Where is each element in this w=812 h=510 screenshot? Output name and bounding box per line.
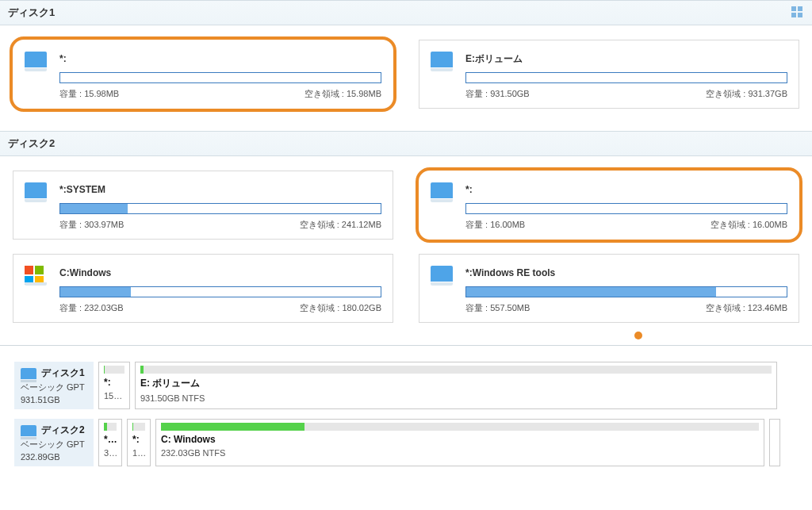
svg-rect-0 [25, 266, 33, 274]
svg-rect-2 [25, 276, 33, 285]
disk-map-segment[interactable]: C: Windows232.03GB NTFS [155, 419, 764, 466]
view-toggle-icon[interactable] [791, 6, 804, 19]
usage-bar-fill [466, 287, 716, 297]
disk-map-segment[interactable]: *…30… [98, 419, 122, 466]
partition-name: *: [59, 53, 381, 64]
segment-title: *… [104, 434, 117, 445]
partition-stats: 容量 : 16.00MB空き領域 : 16.00MB [465, 219, 787, 231]
disk-type: ベーシック GPT [21, 382, 87, 393]
disk-name: ディスク1 [41, 366, 85, 380]
segment-usage-bar [104, 366, 124, 374]
usage-bar-fill [60, 204, 128, 213]
free-label: 空き領域 : 15.98MB [304, 88, 381, 100]
drive-icon [431, 266, 453, 282]
partition-card[interactable]: *:Windows RE tools容量 : 557.50MB空き領域 : 12… [419, 254, 799, 323]
partition-name: E:ボリューム [465, 52, 787, 66]
segment-sub: 15… [104, 391, 124, 401]
svg-rect-1 [35, 266, 44, 274]
segment-usage-fill [140, 366, 144, 374]
usage-bar [465, 203, 787, 214]
usage-bar [59, 72, 381, 83]
disk-info: ディスク2ベーシック GPT232.89GB [14, 419, 94, 466]
segment-title: E: ボリューム [140, 377, 772, 390]
partition-name: C:Windows [59, 267, 381, 278]
free-label: 空き領域 : 241.12MB [300, 219, 381, 231]
disk-name: ディスク2 [41, 424, 85, 437]
disk-map-segment[interactable]: 5. [769, 419, 780, 466]
drive-icon [431, 182, 453, 198]
partition-card[interactable]: E:ボリューム容量 : 931.50GB空き領域 : 931.37GB [419, 40, 799, 109]
partition-card[interactable]: *:容量 : 16.00MB空き領域 : 16.00MB [419, 171, 799, 240]
capacity-label: 容量 : 931.50GB [465, 88, 530, 100]
drive-icon [21, 425, 36, 436]
usage-bar [59, 286, 381, 297]
partition-card[interactable]: *:SYSTEM容量 : 303.97MB空き領域 : 241.12MB [13, 171, 393, 240]
disk-size: 232.89GB [21, 452, 87, 462]
disk-map-segment[interactable]: *:16… [127, 419, 151, 466]
partition-card[interactable]: *:容量 : 15.98MB空き領域 : 15.98MB [13, 40, 393, 109]
disk-section-title: ディスク2 [8, 136, 55, 151]
partition-stats: 容量 : 303.97MB空き領域 : 241.12MB [59, 219, 381, 231]
disk-map: ディスク1ベーシック GPT931.51GB*:15…E: ボリューム931.5… [0, 345, 812, 471]
segment-usage-bar [161, 423, 759, 431]
disk-size: 931.51GB [21, 395, 87, 405]
segment-title: *: [104, 377, 124, 388]
segment-sub: 232.03GB NTFS [161, 448, 759, 458]
free-label: 空き領域 : 123.46MB [706, 302, 787, 314]
annotation-dot [634, 332, 642, 339]
segment-usage-fill [161, 423, 304, 431]
partition-stats: 容量 : 15.98MB空き領域 : 15.98MB [59, 88, 381, 100]
capacity-label: 容量 : 557.50MB [465, 302, 530, 314]
segment-sub: 931.50GB NTFS [140, 393, 772, 403]
disk-type: ベーシック GPT [21, 439, 87, 451]
drive-icon [25, 182, 47, 198]
usage-bar [465, 286, 787, 297]
disk-section-header: ディスク2 [0, 131, 812, 156]
capacity-label: 容量 : 15.98MB [59, 88, 119, 100]
partition-name: *: [465, 184, 787, 195]
segment-sub: 16… [132, 448, 145, 458]
capacity-label: 容量 : 16.00MB [465, 219, 525, 231]
disk-section-header: ディスク1 [0, 0, 812, 25]
partition-card-area: *:SYSTEM容量 : 303.97MB空き領域 : 241.12MB*:容量… [0, 156, 812, 345]
partition-name: *:Windows RE tools [465, 267, 787, 278]
segment-title: *: [132, 434, 145, 445]
segment-usage-fill [104, 366, 105, 374]
free-label: 空き領域 : 180.02GB [300, 302, 381, 314]
segment-usage-bar [140, 366, 772, 374]
segment-sub: 30… [104, 448, 117, 458]
segment-usage-fill [104, 423, 107, 431]
free-label: 空き領域 : 16.00MB [710, 219, 787, 231]
partition-stats: 容量 : 931.50GB空き領域 : 931.37GB [465, 88, 787, 100]
segment-title: C: Windows [161, 434, 759, 445]
capacity-label: 容量 : 232.03GB [59, 302, 124, 314]
svg-rect-3 [35, 276, 44, 285]
disk-map-segment[interactable]: E: ボリューム931.50GB NTFS [135, 362, 777, 409]
drive-icon [25, 52, 47, 67]
usage-bar [465, 72, 787, 83]
disk-section-title: ディスク1 [8, 6, 55, 20]
drive-icon [431, 52, 453, 67]
drive-icon [21, 368, 36, 379]
disk-info: ディスク1ベーシック GPT931.51GB [14, 362, 94, 409]
disk-map-segment[interactable]: *:15… [98, 362, 130, 409]
disk-map-row[interactable]: ディスク1ベーシック GPT931.51GB*:15…E: ボリューム931.5… [0, 357, 812, 414]
capacity-label: 容量 : 303.97MB [59, 219, 124, 231]
partition-stats: 容量 : 557.50MB空き領域 : 123.46MB [465, 302, 787, 314]
segment-usage-bar [132, 423, 145, 431]
free-label: 空き領域 : 931.37GB [706, 88, 787, 100]
usage-bar [59, 203, 381, 214]
segment-usage-bar [104, 423, 117, 431]
usage-bar-fill [60, 287, 131, 297]
partition-stats: 容量 : 232.03GB空き領域 : 180.02GB [59, 302, 381, 314]
windows-logo-icon [25, 266, 47, 282]
partition-name: *:SYSTEM [59, 184, 381, 195]
partition-card-area: *:容量 : 15.98MB空き領域 : 15.98MBE:ボリューム容量 : … [0, 25, 812, 131]
partition-card[interactable]: C:Windows容量 : 232.03GB空き領域 : 180.02GB [13, 254, 393, 323]
disk-map-row[interactable]: ディスク2ベーシック GPT232.89GB*…30…*:16…C: Windo… [0, 414, 812, 471]
